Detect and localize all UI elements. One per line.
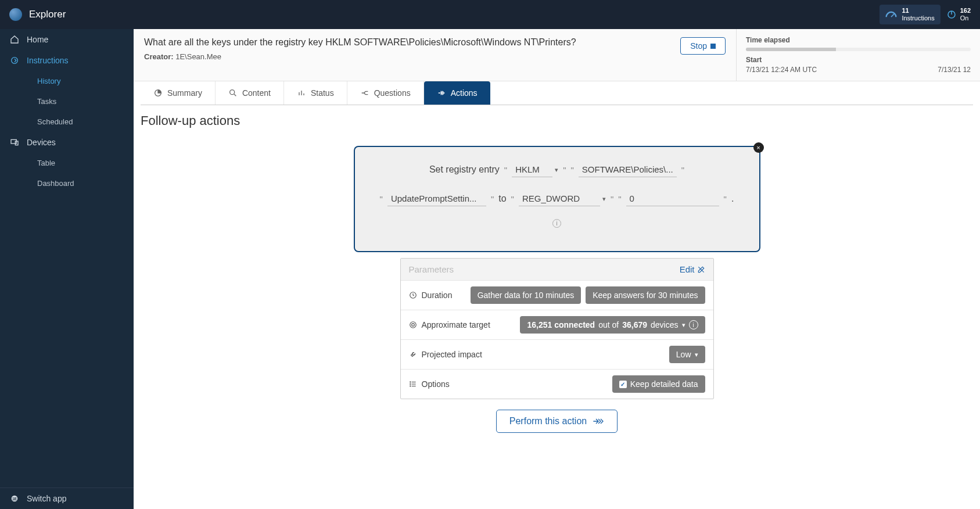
edit-icon xyxy=(697,266,705,274)
devices-icon xyxy=(9,138,20,147)
perform-action-button[interactable]: Perform this action xyxy=(496,410,618,433)
sidebar-item-home[interactable]: Home xyxy=(0,29,134,50)
sidebar-item-table[interactable]: Table xyxy=(0,153,134,173)
svg-point-23 xyxy=(410,386,410,386)
stop-label: Stop xyxy=(690,41,707,51)
instructions-icon xyxy=(9,56,20,65)
svg-point-22 xyxy=(410,383,410,384)
hive-select[interactable]: HKLM ▾ xyxy=(512,162,558,177)
list-icon xyxy=(409,380,417,388)
target-label: Approximate target xyxy=(422,320,490,329)
close-action-button[interactable]: × xyxy=(753,142,764,153)
keep-detailed-label: Keep detailed data xyxy=(630,379,698,389)
tabs: Summary Content Status Questions Actions xyxy=(141,81,973,105)
param-row-target: Approximate target 16,251 connected out … xyxy=(401,310,713,339)
checkbox-checked-icon: ✓ xyxy=(619,381,627,388)
tab-actions[interactable]: Actions xyxy=(424,81,490,105)
svg-text:1E: 1E xyxy=(12,497,17,501)
type-value: REG_DWORD xyxy=(519,191,600,206)
quote-icon: " xyxy=(618,194,621,204)
instructions-status[interactable]: 11 Instructions xyxy=(880,5,940,24)
home-label: Home xyxy=(27,35,48,44)
gauge-icon xyxy=(885,10,897,19)
value-input[interactable]: 0 xyxy=(626,191,719,206)
scheduled-label: Scheduled xyxy=(37,117,73,126)
tab-content-label: Content xyxy=(242,88,271,98)
quote-icon: " xyxy=(724,194,727,204)
name-input[interactable]: UpdatePromptSettin... xyxy=(387,191,486,206)
info-icon[interactable]: i xyxy=(552,219,561,228)
actions-icon xyxy=(437,88,446,98)
params-title: Parameters xyxy=(409,264,454,274)
path-input[interactable]: SOFTWARE\Policies\... xyxy=(579,162,677,177)
end-value: 7/13/21 12 xyxy=(938,66,971,74)
sidebar-item-devices[interactable]: Devices xyxy=(0,132,134,153)
target-chip[interactable]: 16,251 connected out of 36,679 devices ▾… xyxy=(520,316,705,334)
history-label: History xyxy=(37,77,60,85)
keep-detailed-chip[interactable]: ✓ Keep detailed data xyxy=(612,375,705,393)
switch-app-icon: 1E xyxy=(9,494,20,503)
switch-app-label: Switch app xyxy=(27,494,66,503)
sidebar-item-switch-app[interactable]: 1E Switch app xyxy=(0,488,134,509)
stop-square-icon xyxy=(710,44,716,49)
tab-questions[interactable]: Questions xyxy=(347,81,424,105)
svg-line-10 xyxy=(234,94,236,96)
stop-button[interactable]: Stop xyxy=(680,37,726,55)
sidebar-item-tasks[interactable]: Tasks xyxy=(0,91,134,112)
period: . xyxy=(731,193,734,204)
home-icon xyxy=(9,35,20,44)
edit-label: Edit xyxy=(680,264,695,274)
instructions-label: Instructions xyxy=(27,56,69,65)
sidebar: Home Instructions History Tasks Schedule… xyxy=(0,29,134,509)
brand-icon xyxy=(9,8,22,21)
tab-content[interactable]: Content xyxy=(216,81,284,105)
quote-icon: " xyxy=(570,165,573,175)
tab-summary[interactable]: Summary xyxy=(141,81,216,105)
hive-value: HKLM xyxy=(512,162,552,177)
chevron-down-icon: ▾ xyxy=(695,351,698,359)
parameters-panel: Parameters Edit Duration Gather data for… xyxy=(400,258,714,399)
brand: Explorer xyxy=(9,8,66,21)
type-select[interactable]: REG_DWORD ▾ xyxy=(519,191,606,206)
action-sentence: Set registry entry " HKLM ▾ " " SOFTWARE… xyxy=(375,162,740,206)
chevron-down-icon: ▾ xyxy=(555,166,558,174)
elapsed-progress xyxy=(746,48,971,51)
target-devices: devices xyxy=(651,320,678,329)
action-box: × Set registry entry " HKLM ▾ " " SOFTWA… xyxy=(354,146,760,252)
sidebar-item-scheduled[interactable]: Scheduled xyxy=(0,112,134,132)
creator-line: Creator: 1E\Sean.Mee xyxy=(144,52,669,61)
options-label: Options xyxy=(422,379,450,389)
creator-label: Creator: xyxy=(144,52,174,61)
chevron-down-icon: ▾ xyxy=(682,321,685,329)
tab-actions-label: Actions xyxy=(451,88,478,98)
svg-point-21 xyxy=(410,382,410,382)
impact-chip[interactable]: Low ▾ xyxy=(669,346,705,363)
start-value: 7/13/21 12:24 AM UTC xyxy=(746,66,817,74)
summary-icon xyxy=(153,88,163,98)
online-status[interactable]: 162 On xyxy=(946,7,971,22)
section-title: Follow-up actions xyxy=(141,113,973,128)
edit-params-button[interactable]: Edit xyxy=(680,264,705,274)
info-icon[interactable]: i xyxy=(689,320,698,329)
instr-label: Instructions xyxy=(902,15,934,22)
impact-label: Projected impact xyxy=(422,350,482,359)
perform-arrows-icon xyxy=(593,417,604,425)
sidebar-item-dashboard[interactable]: Dashboard xyxy=(0,173,134,193)
main: What are all the keys under the registry… xyxy=(134,29,980,509)
perform-label: Perform this action xyxy=(509,416,587,426)
power-icon xyxy=(946,9,957,20)
action-verb: Set registry entry xyxy=(429,164,500,175)
status-icon xyxy=(297,88,306,98)
tab-status[interactable]: Status xyxy=(284,81,347,105)
target-connected: 16,251 connected xyxy=(527,320,595,329)
creator-value: 1E\Sean.Mee xyxy=(175,52,221,61)
quote-icon: " xyxy=(380,194,383,204)
wrench-icon xyxy=(409,350,417,359)
sidebar-item-history[interactable]: History xyxy=(0,71,134,91)
dashboard-label: Dashboard xyxy=(37,179,74,188)
duration-label: Duration xyxy=(422,291,453,300)
gather-chip[interactable]: Gather data for 10 minutes xyxy=(471,286,581,304)
questions-icon xyxy=(360,88,369,98)
keep-answers-chip[interactable]: Keep answers for 30 minutes xyxy=(586,286,705,304)
sidebar-item-instructions[interactable]: Instructions xyxy=(0,50,134,71)
